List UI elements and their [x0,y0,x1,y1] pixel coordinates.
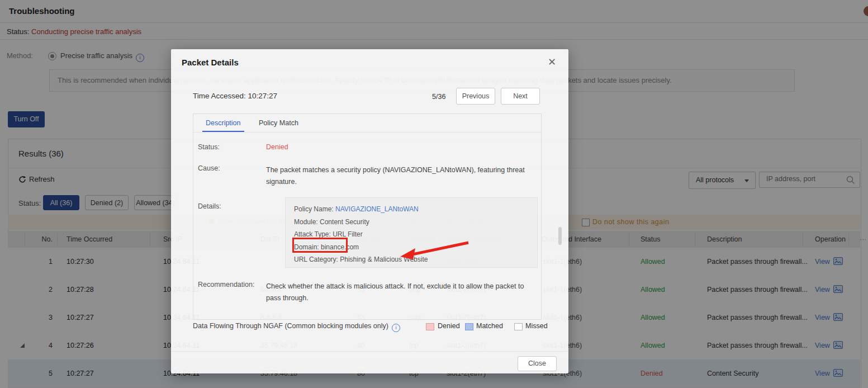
annotation-arrow [397,238,475,265]
tab-bar: Description Policy Match [193,114,541,133]
legend-denied-swatch [426,323,434,330]
divider [171,351,568,352]
troubleshooting-page: Troubleshooting Status: Conducting preci… [0,0,868,388]
legend-matched-label: Matched [476,322,503,330]
info-icon[interactable]: i [392,324,400,332]
legend-matched-swatch [465,323,473,330]
close-button[interactable]: Close [518,356,557,371]
pager-count: 5/36 [432,93,445,101]
policy-name-link[interactable]: NAVIGAZIONE_LANtoWAN [335,205,419,213]
annotation-highlight-box [292,238,348,253]
detail-module: Module: Content Security [294,216,537,229]
previous-button[interactable]: Previous [456,88,495,105]
modal-title: Packet Details [182,58,239,67]
status-field-value: Denied [266,143,288,151]
cause-field-label: Cause: [198,164,220,172]
tab-policy-match[interactable]: Policy Match [259,114,298,132]
cause-field-value: The packet matches a security policy (NA… [266,164,533,188]
legend-missed-label: Missed [525,322,548,330]
packet-details-modal: Packet Details ✕ Time Accessed: 10:27:27… [171,49,568,373]
scrollbar-thumb[interactable] [558,227,562,245]
next-button[interactable]: Next [501,88,540,105]
legend-denied-label: Denied [438,322,460,330]
close-icon[interactable]: ✕ [548,56,556,68]
detail-tab-container: Description Policy Match Status: Denied … [193,113,542,320]
details-field-label: Details: [198,202,221,210]
recommendation-field-value: Check whether the attack is malicious at… [266,281,533,304]
legend-missed-swatch [514,323,523,330]
time-accessed: Time Accessed: 10:27:27 [193,92,277,100]
recommendation-field-label: Recommendation: [198,281,254,288]
detail-policy-name: Policy Name: NAVIGAZIONE_LANtoWAN [294,203,537,216]
tab-description[interactable]: Description [206,114,241,132]
status-field-label: Status: [198,143,220,151]
ngaf-flow-note: Data Flowing Through NGAF (Common blocki… [193,322,400,332]
